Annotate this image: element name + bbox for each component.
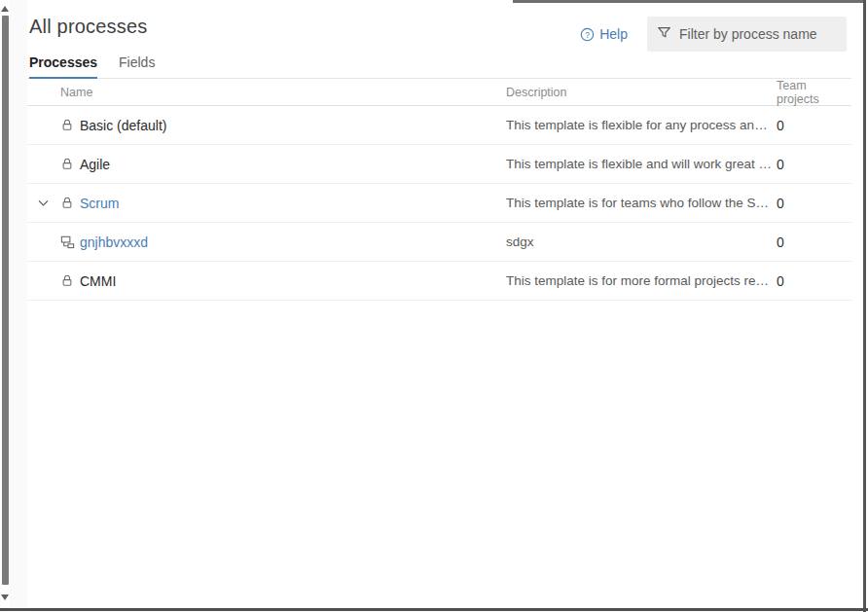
table-row[interactable]: gnjhbvxxxd sdgx 0	[27, 223, 851, 262]
page-header: All processes ? Help	[27, 0, 851, 79]
process-description: This template is flexible and will work …	[506, 157, 774, 171]
vertical-scrollbar[interactable]	[0, 0, 10, 608]
chevron-down-icon[interactable]	[33, 197, 60, 209]
column-header-name[interactable]: Name	[27, 86, 506, 99]
lock-icon	[60, 273, 80, 288]
svg-text:?: ?	[585, 29, 590, 39]
left-gutter	[10, 0, 27, 608]
table-header-row: Name Description Team projects	[27, 79, 851, 106]
funnel-icon	[657, 25, 671, 44]
process-description: This template is flexible for any proces…	[506, 118, 774, 132]
scrollbar-thumb[interactable]	[2, 16, 9, 585]
lock-icon	[60, 157, 80, 171]
question-circle-icon: ?	[580, 27, 595, 42]
name-cell: Agile	[27, 157, 506, 172]
lock-icon	[60, 196, 80, 210]
inherited-process-icon	[60, 234, 80, 249]
name-cell: gnjhbvxxxd	[27, 234, 506, 250]
process-name[interactable]: Agile	[80, 157, 110, 172]
process-description: This template is for teams who follow th…	[506, 196, 774, 210]
team-projects-count: 0	[774, 234, 851, 250]
process-name[interactable]: gnjhbvxxxd	[80, 234, 148, 250]
tab-fields[interactable]: Fields	[119, 50, 155, 79]
tab-processes[interactable]: Processes	[29, 50, 97, 79]
help-label: Help	[599, 26, 628, 42]
scroll-down-arrow-icon[interactable]	[1, 594, 9, 600]
team-projects-count: 0	[774, 273, 851, 289]
window-border-top	[513, 0, 865, 3]
column-header-description[interactable]: Description	[506, 86, 774, 99]
process-name[interactable]: Scrum	[80, 196, 119, 211]
name-cell: Scrum	[27, 196, 506, 211]
tab-bar: Processes Fields	[27, 50, 851, 79]
team-projects-count: 0	[774, 157, 851, 172]
process-description: This template is for more formal project…	[506, 273, 774, 288]
filter-box[interactable]	[647, 17, 847, 52]
filter-input[interactable]	[679, 26, 855, 42]
process-name[interactable]: CMMI	[80, 273, 116, 289]
help-link[interactable]: ? Help	[580, 26, 628, 42]
name-cell: CMMI	[27, 273, 506, 289]
scroll-up-arrow-icon[interactable]	[1, 6, 9, 12]
name-cell: Basic (default)	[27, 118, 506, 133]
table-row[interactable]: Basic (default) This template is flexibl…	[27, 106, 851, 145]
window-border-bottom	[0, 608, 868, 611]
table-row[interactable]: Scrum This template is for teams who fol…	[27, 184, 851, 223]
team-projects-count: 0	[774, 118, 851, 133]
table-row[interactable]: Agile This template is flexible and will…	[27, 145, 851, 184]
process-name[interactable]: Basic (default)	[80, 118, 166, 133]
column-header-team-projects[interactable]: Team projects	[774, 79, 851, 106]
table-body: Basic (default) This template is flexibl…	[27, 106, 851, 301]
processes-table: Name Description Team projects	[27, 79, 851, 301]
header-controls: ? Help	[580, 17, 847, 52]
all-processes-page: All processes ? Help	[27, 0, 851, 301]
window-border-right	[863, 0, 866, 612]
table-row[interactable]: CMMI This template is for more formal pr…	[27, 262, 851, 301]
process-description: sdgx	[506, 234, 774, 249]
lock-icon	[60, 118, 80, 132]
team-projects-count: 0	[774, 196, 851, 211]
